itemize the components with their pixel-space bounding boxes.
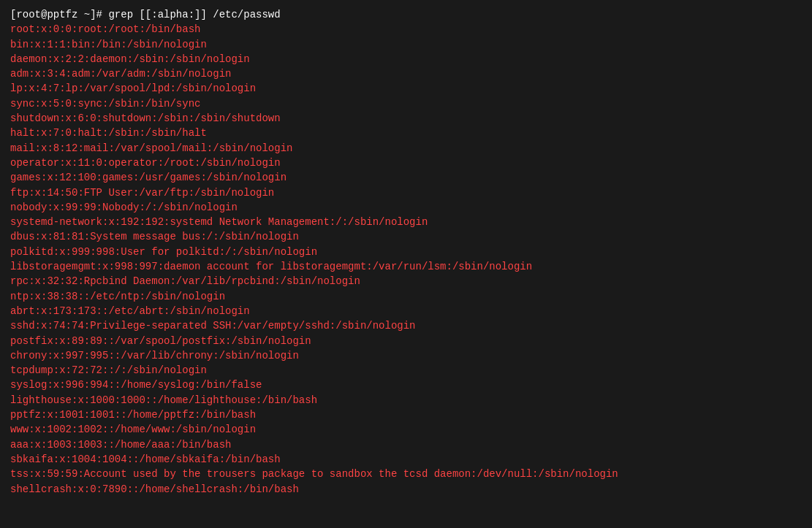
terminal-line: daemon:x:2:2:daemon:/sbin:/sbin/nologin <box>10 52 802 66</box>
terminal-line: bin:x:1:1:bin:/bin:/sbin/nologin <box>10 37 802 52</box>
terminal-line: chrony:x:997:995::/var/lib/chrony:/sbin/… <box>10 348 802 363</box>
terminal-line: lp:x:4:7:lp:/var/spool/lpd:/sbin/nologin <box>10 81 802 96</box>
terminal-line: halt:x:7:0:halt:/sbin:/sbin/halt <box>10 126 802 140</box>
terminal-line: root:x:0:0:root:/root:/bin/bash <box>10 22 802 37</box>
terminal-line: ftp:x:14:50:FTP User:/var/ftp:/sbin/nolo… <box>10 185 802 200</box>
terminal-line: rpc:x:32:32:Rpcbind Daemon:/var/lib/rpcb… <box>10 274 802 288</box>
terminal-line: pptfz:x:1001:1001::/home/pptfz:/bin/bash <box>10 408 802 422</box>
terminal-line: polkitd:x:999:998:User for polkitd:/:/sb… <box>10 245 802 259</box>
terminal-line: lighthouse:x:1000:1000::/home/lighthouse… <box>10 393 802 408</box>
terminal-line: ntp:x:38:38::/etc/ntp:/sbin/nologin <box>10 289 802 304</box>
terminal-line: syslog:x:996:994::/home/syslog:/bin/fals… <box>10 378 802 392</box>
terminal-line: www:x:1002:1002::/home/www:/sbin/nologin <box>10 422 802 437</box>
terminal-output: root:x:0:0:root:/root:/bin/bashbin:x:1:1… <box>10 22 802 497</box>
terminal-line: abrt:x:173:173::/etc/abrt:/sbin/nologin <box>10 304 802 318</box>
terminal-line: dbus:x:81:81:System message bus:/:/sbin/… <box>10 229 802 244</box>
terminal-line: games:x:12:100:games:/usr/games:/sbin/no… <box>10 170 802 185</box>
terminal-line: libstoragemgmt:x:998:997:daemon account … <box>10 259 802 274</box>
terminal-line: nobody:x:99:99:Nobody:/:/sbin/nologin <box>10 200 802 215</box>
terminal-line: postfix:x:89:89::/var/spool/postfix:/sbi… <box>10 334 802 348</box>
terminal-line: mail:x:8:12:mail:/var/spool/mail:/sbin/n… <box>10 141 802 156</box>
terminal-line: systemd-network:x:192:192:systemd Networ… <box>10 215 802 229</box>
terminal-line: sbkaifa:x:1004:1004::/home/sbkaifa:/bin/… <box>10 452 802 467</box>
terminal-line: shutdown:x:6:0:shutdown:/sbin:/sbin/shut… <box>10 111 802 126</box>
terminal-line: sync:x:5:0:sync:/sbin:/bin/sync <box>10 96 802 111</box>
terminal-line: shellcrash:x:0:7890::/home/shellcrash:/b… <box>10 482 802 497</box>
terminal-line: tss:x:59:59:Account used by the trousers… <box>10 467 802 481</box>
terminal-line: tcpdump:x:72:72::/:/sbin/nologin <box>10 363 802 378</box>
terminal-window: [root@pptfz ~]# grep [[:alpha:]] /etc/pa… <box>10 7 802 497</box>
terminal-line: aaa:x:1003:1003::/home/aaa:/bin/bash <box>10 437 802 452</box>
terminal-line: adm:x:3:4:adm:/var/adm:/sbin/nologin <box>10 66 802 81</box>
command-prompt: [root@pptfz ~]# grep [[:alpha:]] /etc/pa… <box>10 7 802 22</box>
terminal-line: sshd:x:74:74:Privilege-separated SSH:/va… <box>10 318 802 333</box>
terminal-line: operator:x:11:0:operator:/root:/sbin/nol… <box>10 156 802 170</box>
